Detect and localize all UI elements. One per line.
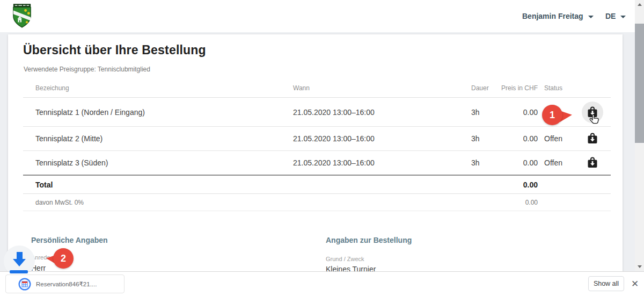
club-logo[interactable] xyxy=(12,4,32,28)
price: 0.00 xyxy=(479,158,538,167)
page-title: Übersicht über Ihre Bestellung xyxy=(23,43,206,57)
status: Offen xyxy=(544,134,562,143)
booking-datetime: 21.05.2020 13:00–16:00 xyxy=(293,108,375,117)
court-name: Tennisplatz 2 (Mitte) xyxy=(35,134,103,143)
col-status: Status xyxy=(544,84,562,92)
language-menu[interactable]: DE xyxy=(605,11,626,21)
close-icon: ✕ xyxy=(631,278,639,290)
scroll-down-button[interactable] xyxy=(635,262,644,271)
table-row: Tennisplatz 3 (Süden) 21.05.2020 13:00–1… xyxy=(23,151,611,175)
chevron-down-icon xyxy=(620,16,626,18)
coat-of-arms-icon xyxy=(12,4,32,28)
file-type-icon xyxy=(18,278,31,291)
grund-zweck-label: Grund / Zweck xyxy=(326,256,364,262)
arrow-down-icon xyxy=(638,265,642,268)
price: 0.00 xyxy=(479,134,538,143)
price: 0.00 xyxy=(479,108,538,117)
court-name: Tennisplatz 1 (Norden / Eingang) xyxy=(35,108,145,117)
vertical-scrollbar[interactable] xyxy=(635,0,644,271)
vat-value: 0.00 xyxy=(479,199,538,206)
download-arrow-icon xyxy=(17,252,23,259)
status: Offen xyxy=(544,158,562,167)
table-header-row: Bezeichung Wann Dauer Preis in CHF Statu… xyxy=(23,80,611,98)
booking-datetime: 21.05.2020 13:00–16:00 xyxy=(293,158,375,167)
vat-label: davon MwSt. 0% xyxy=(35,199,84,206)
step-number-badge: 2 xyxy=(53,248,74,269)
downloaded-file-chip[interactable]: Reservation846₹21.... xyxy=(5,275,125,293)
total-label: Total xyxy=(35,181,53,189)
download-booking-button[interactable] xyxy=(582,128,603,149)
download-target-bar xyxy=(10,270,28,273)
table-row: Tennisplatz 1 (Norden / Eingang) 21.05.2… xyxy=(23,98,611,127)
downloads-bar: Reservation846₹21.... Show all ✕ xyxy=(0,271,644,296)
user-menu[interactable]: Benjamin Freitag xyxy=(522,11,594,21)
col-wann: Wann xyxy=(293,84,310,92)
bag-download-icon xyxy=(586,156,599,169)
downloaded-file-name: Reservation846₹21.... xyxy=(36,280,97,288)
download-booking-button[interactable] xyxy=(582,152,603,174)
arrow-up-icon xyxy=(638,3,642,6)
step-number-badge: 1 xyxy=(542,105,562,125)
order-section-title: Angaben zur Bestellung xyxy=(326,236,412,244)
download-arrow-head xyxy=(13,259,26,266)
table-row: Tennisplatz 2 (Mitte) 21.05.2020 13:00–1… xyxy=(23,127,611,151)
vat-row: davon MwSt. 0% 0.00 xyxy=(23,194,611,211)
personal-section-title: Persönliche Angaben xyxy=(31,236,108,244)
order-table: Bezeichung Wann Dauer Preis in CHF Statu… xyxy=(23,80,611,211)
chevron-down-icon xyxy=(588,16,594,18)
col-preis: Preis in CHF xyxy=(479,84,538,92)
scrollbar-thumb[interactable] xyxy=(635,24,644,143)
booking-datetime: 21.05.2020 13:00–16:00 xyxy=(293,134,375,143)
scroll-up-button[interactable] xyxy=(635,0,644,9)
price-group-subtitle: Verwendete Preisgruppe: Tennisclubmitgli… xyxy=(24,66,150,73)
user-name: Benjamin Freitag xyxy=(522,12,583,20)
language-code: DE xyxy=(605,12,616,20)
court-name: Tennisplatz 3 (Süden) xyxy=(35,158,108,167)
close-downloads-bar-button[interactable]: ✕ xyxy=(628,273,641,294)
mouse-cursor-icon xyxy=(588,113,601,126)
bag-download-icon xyxy=(586,132,599,145)
order-overview-card: Übersicht über Ihre Bestellung Verwendet… xyxy=(8,34,623,296)
total-value: 0.00 xyxy=(479,181,538,189)
col-bezeichnung: Bezeichung xyxy=(35,84,69,92)
total-row: Total 0.00 xyxy=(23,175,611,194)
topbar: Benjamin Freitag DE xyxy=(0,0,635,32)
show-all-downloads-button[interactable]: Show all xyxy=(588,276,624,291)
